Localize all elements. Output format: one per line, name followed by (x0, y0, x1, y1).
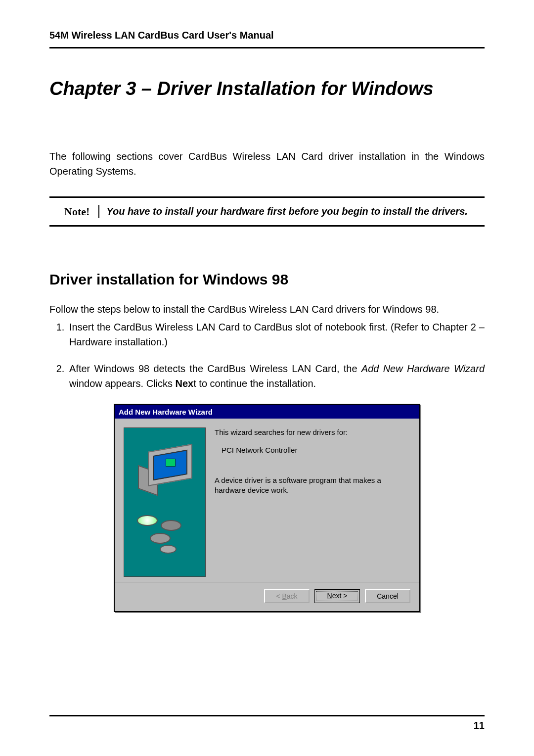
chapter-title: Chapter 3 – Driver Installation for Wind… (49, 78, 485, 99)
wizard-button-row: < Back Next > Cancel (115, 582, 419, 611)
next-post: ext > (332, 592, 348, 600)
step-item: After Windows 98 detects the CardBus Wir… (67, 361, 485, 391)
page-header: 54M Wireless LAN CardBus Card User's Man… (49, 30, 485, 48)
step-item: Insert the CardBus Wireless LAN Card to … (67, 320, 485, 349)
back-hotkey: B (282, 592, 286, 600)
disk-icon (150, 533, 171, 544)
wizard-device: PCI Network Controller (215, 445, 410, 455)
page-number: 11 (474, 720, 485, 731)
step-text: After Windows 98 detects the CardBus Wir… (69, 363, 361, 374)
disk-icon (160, 545, 177, 554)
wizard-text-area: This wizard searches for new drivers for… (206, 427, 410, 577)
back-button[interactable]: < Back (264, 589, 310, 603)
wizard-graphic (124, 427, 206, 577)
wizard-title-bar: Add New Hardware Wizard (115, 405, 419, 419)
intro-paragraph: The following sections cover CardBus Wir… (49, 149, 485, 179)
disk-icon (161, 520, 181, 531)
note-label: Note! (64, 205, 99, 218)
wizard-line1: This wizard searches for new drivers for… (215, 427, 410, 437)
note-text: You have to install your hardware first … (99, 205, 470, 218)
cancel-button[interactable]: Cancel (365, 589, 410, 603)
next-hotkey: N (327, 592, 332, 600)
back-pre: < (276, 592, 282, 600)
wizard-figure: Add New Hardware Wizard This wizard sear… (49, 404, 485, 612)
footer-rule (49, 715, 485, 716)
next-bold: Nex (176, 378, 194, 389)
step-text: t to continue the installation. (193, 378, 316, 389)
wizard-description: A device driver is a software program th… (215, 475, 410, 496)
next-button[interactable]: Next > (314, 589, 360, 603)
wizard-dialog: Add New Hardware Wizard This wizard sear… (114, 404, 420, 612)
wizard-body: This wizard searches for new drivers for… (115, 419, 419, 582)
wizard-name-inline: Add New Hardware Wizard (361, 363, 485, 374)
section-intro: Follow the steps below to install the Ca… (49, 302, 485, 317)
step-list: Insert the CardBus Wireless LAN Card to … (49, 320, 485, 391)
note-box: Note! You have to install your hardware … (49, 196, 485, 227)
document-page: 54M Wireless LAN CardBus Card User's Man… (0, 0, 534, 756)
section-title: Driver installation for Windows 98 (49, 271, 485, 288)
cd-icon (137, 515, 158, 526)
step-text: window appears. Clicks (69, 378, 176, 389)
back-post: ack (287, 592, 298, 600)
computer-icon (138, 448, 192, 492)
